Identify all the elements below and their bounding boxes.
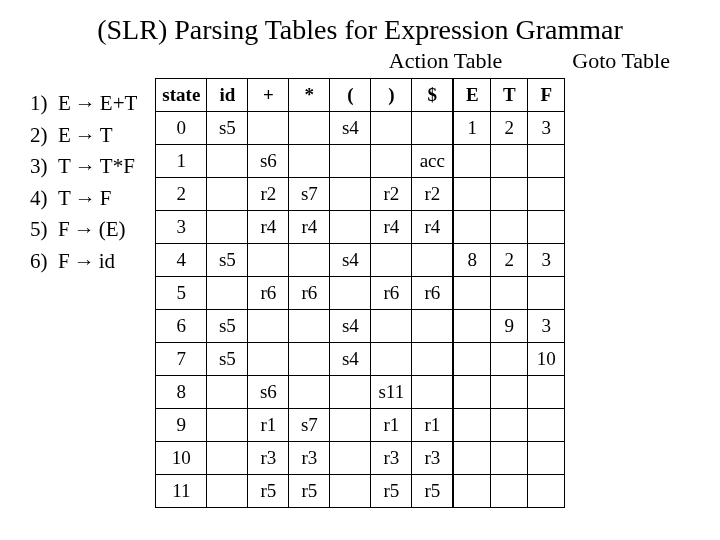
cell-state: 0 (156, 112, 207, 145)
rule-rhs: T (100, 120, 113, 152)
cell-rpar (371, 343, 412, 376)
cell-star (289, 112, 330, 145)
rule-lhs: E (58, 120, 71, 152)
rule-number: 3) (30, 151, 58, 183)
cell-state: 3 (156, 211, 207, 244)
cell-rpar: r1 (371, 409, 412, 442)
cell-id (207, 145, 248, 178)
rule-number: 4) (30, 183, 58, 215)
cell-E (453, 310, 491, 343)
rule-lhs: F (58, 214, 70, 246)
cell-F (528, 277, 565, 310)
col-T: T (491, 79, 528, 112)
table-row: 0s5s4123 (156, 112, 565, 145)
table-row: 4s5s4823 (156, 244, 565, 277)
cell-dollar: r1 (412, 409, 454, 442)
cell-F: 3 (528, 310, 565, 343)
cell-id: s5 (207, 244, 248, 277)
cell-lpar (330, 475, 371, 508)
rule-lhs: E (58, 88, 71, 120)
cell-lpar (330, 211, 371, 244)
table-row: 3r4r4r4r4 (156, 211, 565, 244)
rule-lhs: T (58, 183, 71, 215)
cell-state: 1 (156, 145, 207, 178)
rule-rhs: F (100, 183, 112, 215)
cell-dollar: r5 (412, 475, 454, 508)
cell-lpar (330, 145, 371, 178)
grammar-rule: 1)E→E+T (30, 88, 137, 120)
cell-star: s7 (289, 178, 330, 211)
grammar-rule: 6)F→id (30, 246, 137, 278)
cell-dollar (412, 376, 454, 409)
cell-F (528, 442, 565, 475)
cell-star (289, 343, 330, 376)
cell-state: 9 (156, 409, 207, 442)
cell-plus: r3 (248, 442, 289, 475)
rule-rhs: E+T (100, 88, 138, 120)
cell-T (491, 277, 528, 310)
cell-star (289, 376, 330, 409)
cell-F: 3 (528, 244, 565, 277)
cell-F (528, 376, 565, 409)
arrow-icon: → (71, 120, 100, 152)
cell-E: 1 (453, 112, 491, 145)
cell-rpar: r5 (371, 475, 412, 508)
cell-dollar: acc (412, 145, 454, 178)
cell-F (528, 211, 565, 244)
cell-rpar (371, 145, 412, 178)
cell-F (528, 145, 565, 178)
cell-plus (248, 244, 289, 277)
cell-E (453, 145, 491, 178)
cell-plus: s6 (248, 145, 289, 178)
cell-id: s5 (207, 310, 248, 343)
cell-plus (248, 112, 289, 145)
cell-star: s7 (289, 409, 330, 442)
cell-E (453, 178, 491, 211)
cell-state: 4 (156, 244, 207, 277)
arrow-icon: → (71, 88, 100, 120)
cell-E (453, 277, 491, 310)
cell-E: 8 (453, 244, 491, 277)
cell-state: 8 (156, 376, 207, 409)
table-row: 11r5r5r5r5 (156, 475, 565, 508)
rule-number: 6) (30, 246, 58, 278)
cell-plus: r1 (248, 409, 289, 442)
cell-id (207, 475, 248, 508)
table-row: 8s6s11 (156, 376, 565, 409)
cell-T (491, 442, 528, 475)
cell-state: 2 (156, 178, 207, 211)
arrow-icon: → (70, 246, 99, 278)
cell-id (207, 409, 248, 442)
cell-star: r3 (289, 442, 330, 475)
cell-dollar (412, 310, 454, 343)
col-dollar: $ (412, 79, 454, 112)
rule-lhs: T (58, 151, 71, 183)
arrow-icon: → (70, 214, 99, 246)
cell-T (491, 409, 528, 442)
cell-E (453, 211, 491, 244)
arrow-icon: → (71, 151, 100, 183)
cell-rpar (371, 310, 412, 343)
cell-lpar (330, 409, 371, 442)
col-rpar: ) (371, 79, 412, 112)
cell-rpar (371, 112, 412, 145)
cell-E (453, 376, 491, 409)
rule-rhs: (E) (99, 214, 126, 246)
cell-id (207, 442, 248, 475)
col-id: id (207, 79, 248, 112)
cell-star (289, 244, 330, 277)
cell-T (491, 211, 528, 244)
cell-F (528, 178, 565, 211)
cell-lpar: s4 (330, 343, 371, 376)
grammar-rule: 3)T→T*F (30, 151, 137, 183)
cell-star: r6 (289, 277, 330, 310)
table-header-row: state id + * ( ) $ E T F (156, 79, 565, 112)
rule-number: 1) (30, 88, 58, 120)
cell-F (528, 409, 565, 442)
cell-rpar: r3 (371, 442, 412, 475)
cell-star (289, 310, 330, 343)
grammar-rule: 2)E→T (30, 120, 137, 152)
cell-E (453, 475, 491, 508)
arrow-icon: → (71, 183, 100, 215)
table-row: 6s5s493 (156, 310, 565, 343)
